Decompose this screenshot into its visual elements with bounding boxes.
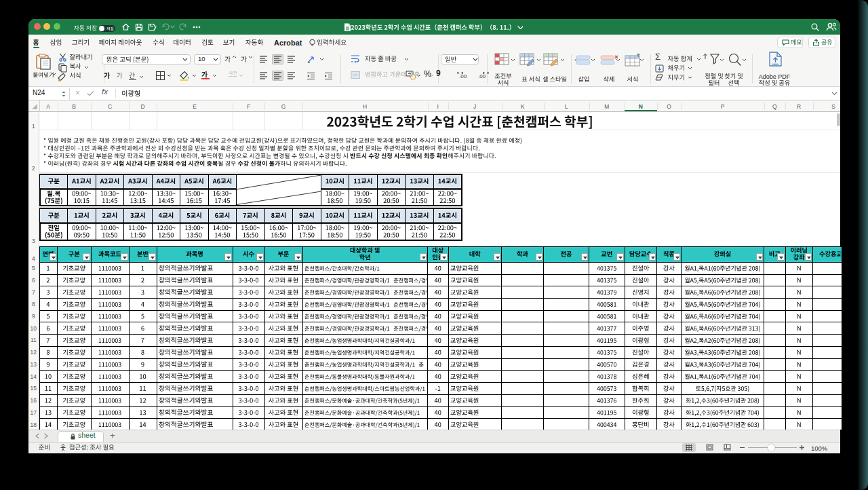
svg-text:.00: .00 <box>478 73 486 79</box>
svg-text:.00: .00 <box>459 73 467 79</box>
